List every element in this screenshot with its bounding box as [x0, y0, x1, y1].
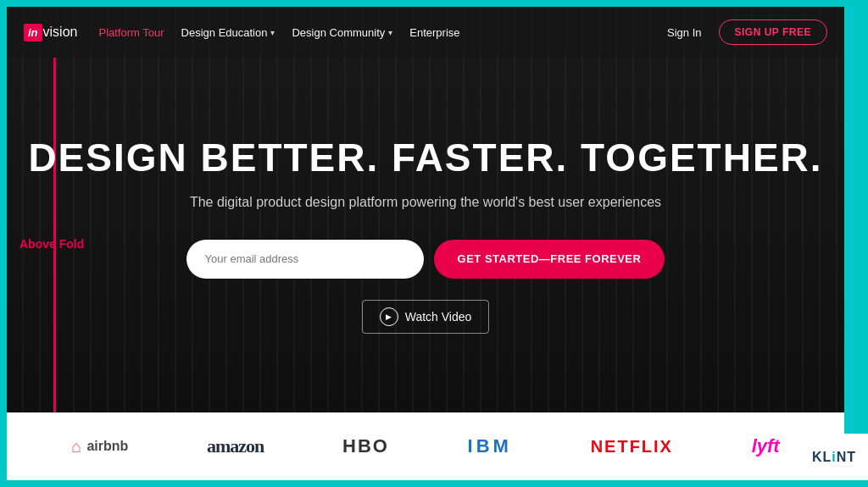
- get-started-button[interactable]: GET STARTED—FREE FOREVER: [434, 240, 665, 279]
- brand-hbo: HBO: [342, 435, 389, 457]
- main-container: in vision Platform Tour Design Education…: [7, 7, 844, 480]
- sign-in-link[interactable]: Sign In: [667, 26, 701, 39]
- signup-button[interactable]: SIGN UP FREE: [719, 19, 827, 45]
- watch-video-label: Watch Video: [405, 310, 472, 324]
- logo-vision: vision: [43, 25, 78, 40]
- hero-title: DESIGN BETTER. FASTER. TOGETHER.: [28, 136, 822, 180]
- nav-design-community[interactable]: Design Community ▾: [292, 26, 392, 39]
- hero-content: DESIGN BETTER. FASTER. TOGETHER. The dig…: [7, 58, 844, 412]
- chevron-down-icon: ▾: [270, 28, 275, 37]
- nav-platform-tour[interactable]: Platform Tour: [98, 26, 164, 39]
- email-input[interactable]: [186, 240, 424, 279]
- watch-video-button[interactable]: ▶ Watch Video: [362, 300, 490, 334]
- klint-text: KLiNT: [812, 450, 856, 465]
- ibm-text: IBM: [468, 435, 512, 457]
- nav-links: Platform Tour Design Education ▾ Design …: [98, 26, 667, 39]
- brand-airbnb: ⌂ airbnb: [71, 437, 128, 457]
- lyft-text: lyft: [752, 435, 780, 457]
- netflix-text: NETFLIX: [591, 437, 673, 457]
- above-fold-label: Above Fold: [19, 237, 84, 251]
- nav-design-education[interactable]: Design Education ▾: [181, 26, 275, 39]
- klint-badge: KLiNT: [800, 434, 868, 480]
- nav-enterprise[interactable]: Enterprise: [409, 26, 459, 39]
- hero-subtitle: The digital product design platform powe…: [190, 195, 661, 210]
- logo[interactable]: in vision: [24, 24, 77, 42]
- airbnb-text: airbnb: [86, 439, 128, 454]
- brand-amazon: amazon: [207, 435, 264, 457]
- brand-bar: ⌂ airbnb amazon HBO IBM NETFLIX lyft: [7, 412, 844, 480]
- page-wrapper: in vision Platform Tour Design Education…: [0, 0, 868, 487]
- nav-right: Sign In SIGN UP FREE: [667, 19, 827, 45]
- navbar: in vision Platform Tour Design Education…: [7, 7, 844, 58]
- chevron-down-icon: ▾: [388, 28, 392, 37]
- cta-row: GET STARTED—FREE FOREVER: [186, 240, 665, 279]
- play-icon: ▶: [380, 307, 398, 326]
- logo-in: in: [24, 24, 42, 42]
- brand-lyft: lyft: [752, 435, 780, 457]
- amazon-text: amazon: [207, 435, 264, 457]
- brand-ibm: IBM: [468, 435, 512, 457]
- airbnb-icon: ⌂: [71, 437, 81, 457]
- hbo-text: HBO: [342, 435, 389, 457]
- brand-netflix: NETFLIX: [591, 437, 673, 457]
